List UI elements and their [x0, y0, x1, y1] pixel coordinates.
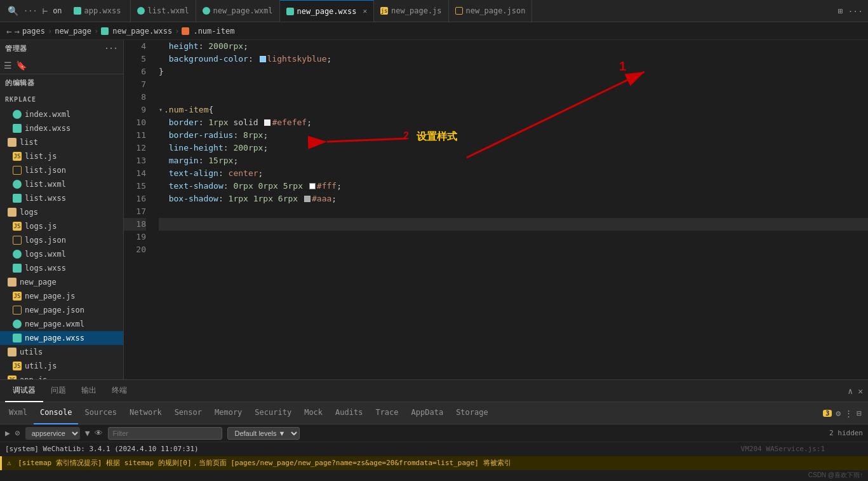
tab-close-btn[interactable]: ✕: [363, 7, 367, 15]
sidebar-folder-new-page[interactable]: new_page: [0, 275, 123, 289]
sidebar-item-new-page-wxss[interactable]: new_page.wxss: [0, 331, 123, 345]
code-container: 4 5 6 7 8 9 10 11 12 13 14 15 16 17 18 1…: [124, 40, 868, 379]
tab-new-page-json[interactable]: new_page.json: [449, 0, 533, 22]
devtools-tab-trace[interactable]: Trace: [369, 402, 404, 424]
devtools-tab-sources[interactable]: Sources: [78, 402, 123, 424]
tab-new-page-js[interactable]: js new_page.js: [374, 0, 448, 22]
sidebar-item-list-wxss[interactable]: list.wxss: [0, 191, 123, 205]
js-file-icon: JS: [13, 222, 22, 231]
color-swatch-aaa[interactable]: [304, 196, 310, 202]
minimize-icon[interactable]: ∧: [848, 386, 853, 396]
tab-actions[interactable]: ⊞ ···: [833, 6, 868, 16]
js-file-icon: JS: [13, 292, 22, 301]
sidebar-folder-list[interactable]: list: [0, 135, 123, 149]
color-swatch[interactable]: [260, 56, 266, 62]
sidebar-item-new-page-js[interactable]: JS new_page.js: [0, 289, 123, 303]
eye-icon[interactable]: 👁: [95, 428, 103, 438]
console-warn-1: ⚠ [sitemap 索引情况提示] 根据 sitemap 的规则[0]，当前页…: [0, 456, 868, 470]
devtools-tab-mock[interactable]: Mock: [298, 402, 329, 424]
devtools-tab-security[interactable]: Security: [248, 402, 298, 424]
warn-text: [sitemap 索引情况提示] 根据 sitemap 的规则[0]，当前页面 …: [18, 459, 511, 467]
list-view-icon[interactable]: ☰: [4, 60, 12, 71]
sidebar-item-index-wxml[interactable]: index.wxml: [0, 107, 123, 121]
tab-list-wxml[interactable]: list.wxml: [131, 0, 196, 22]
breadcrumb: ← → pages › new_page › new_page.wxss › .…: [0, 22, 868, 40]
run-icon[interactable]: ▶: [5, 428, 10, 438]
more-tabs-icon[interactable]: ···: [848, 6, 863, 16]
js-file-icon: JS: [13, 152, 22, 161]
split-editor-icon[interactable]: ⊞: [838, 6, 843, 16]
tab-label: app.wxss: [84, 6, 121, 15]
tab-label: AppData: [411, 408, 444, 417]
folder-icon: [8, 208, 17, 217]
sidebar: 管理器 ··· ☰ 🔖 的编辑器 RKPLACE index.wxml: [0, 40, 124, 379]
sidebar-item-logs-wxss[interactable]: logs.wxss: [0, 261, 123, 275]
more-actions[interactable]: ···: [23, 6, 37, 15]
sidebar-folder-utils[interactable]: utils: [0, 345, 123, 359]
stop-icon[interactable]: ⊘: [15, 428, 20, 438]
more-devtools[interactable]: ⋮: [845, 409, 853, 418]
devtools-tab-network[interactable]: Network: [123, 402, 168, 424]
folder-icon: [8, 348, 17, 356]
bottom-tab-issues[interactable]: 问题: [43, 380, 74, 402]
devtools-tab-audits[interactable]: Audits: [329, 402, 369, 424]
devtools-tab-sensor[interactable]: Sensor: [168, 402, 208, 424]
tab-label: new_page.wxss: [297, 7, 357, 16]
tab-new-page-wxml[interactable]: new_page.wxml: [196, 0, 280, 22]
sidebar-item-list-json[interactable]: list.json: [0, 163, 123, 177]
devtools-tab-memory[interactable]: Memory: [208, 402, 248, 424]
file-label: new_page.json: [25, 306, 84, 315]
bottom-tab-output[interactable]: 输出: [74, 380, 104, 402]
filter-input[interactable]: [108, 427, 222, 440]
tab-app-wxss[interactable]: app.wxss: [67, 0, 131, 22]
sidebar-item-logs-json[interactable]: logs.json: [0, 233, 123, 247]
collapse-arrow[interactable]: ▾: [159, 104, 163, 116]
sidebar-item-new-page-json[interactable]: new_page.json: [0, 303, 123, 317]
dock-icon[interactable]: ⊟: [857, 409, 862, 418]
bottom-tab-terminal[interactable]: 终端: [104, 380, 135, 402]
bottom-tab-debugger[interactable]: 调试器: [5, 380, 43, 402]
code-editor[interactable]: 4 5 6 7 8 9 10 11 12 13 14 15 16 17 18 1…: [124, 40, 868, 379]
devtools-tab-wxml[interactable]: Wxml: [3, 402, 34, 424]
sidebar-item-list-js[interactable]: JS list.js: [0, 149, 123, 163]
devtools-tab-appdata[interactable]: AppData: [405, 402, 450, 424]
tab-new-page-wxss[interactable]: new_page.wxss ✕: [280, 0, 375, 22]
wxss-file-icon: [13, 264, 22, 273]
bottom-panel: 调试器 问题 输出 终端 ∧ ✕ Wxml Console: [0, 379, 868, 481]
sidebar-item-logs-js[interactable]: JS logs.js: [0, 219, 123, 233]
bookmark-icon[interactable]: 🔖: [16, 60, 27, 71]
tab-label: Sensor: [175, 408, 202, 417]
sidebar-item-app-js[interactable]: JS app.js: [0, 373, 123, 379]
search-icon[interactable]: 🔍: [8, 6, 18, 16]
close-panel-icon[interactable]: ✕: [858, 386, 863, 396]
sidebar-item-index-wxss[interactable]: index.wxss: [0, 121, 123, 135]
json-file-icon: [13, 236, 22, 245]
wxss-file-icon: [13, 194, 22, 203]
panel-actions[interactable]: ∧ ✕: [848, 386, 863, 396]
code-line: border-radius: 8rpx;: [159, 129, 868, 142]
tab-label: new_page.js: [391, 6, 441, 15]
nav-forward[interactable]: →: [14, 26, 19, 36]
split-icon[interactable]: ⊢: [43, 6, 48, 16]
code-content[interactable]: height: 2000rpx; background-color: light…: [152, 40, 868, 379]
service-select[interactable]: appservice: [25, 427, 80, 440]
level-select[interactable]: Default levels ▼: [227, 427, 300, 440]
nav-back[interactable]: ←: [6, 26, 11, 36]
sidebar-item-util-js[interactable]: JS util.js: [0, 359, 123, 373]
file-label: logs.js: [25, 222, 57, 231]
devtools-tab-storage[interactable]: Storage: [450, 402, 495, 424]
sidebar-folder-logs[interactable]: logs: [0, 205, 123, 219]
sidebar-item-list-wxml[interactable]: list.wxml: [0, 177, 123, 191]
sidebar-item-logs-wxml[interactable]: logs.wxml: [0, 247, 123, 261]
file-label: new_page.js: [25, 292, 75, 301]
sidebar-item-new-page-wxml[interactable]: new_page.wxml: [0, 317, 123, 331]
tab-label: 调试器: [13, 385, 36, 396]
more-icon[interactable]: ···: [105, 44, 118, 53]
json-file-icon: [13, 306, 22, 315]
color-swatch-fff[interactable]: [309, 183, 316, 189]
devtools-tab-console[interactable]: Console: [34, 402, 79, 424]
color-swatch-efefef[interactable]: [264, 119, 270, 126]
dropdown-arrow[interactable]: ▼: [85, 428, 90, 438]
sidebar-actions[interactable]: ···: [105, 44, 118, 53]
settings-icon[interactable]: ⚙: [836, 409, 841, 418]
